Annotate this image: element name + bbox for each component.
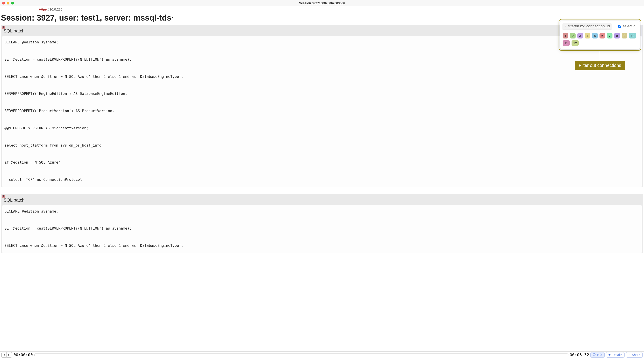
connection-chip-9[interactable]: 9	[622, 33, 627, 39]
details-label: Details	[612, 353, 622, 357]
code-panel: DECLARE @edition sysname; SET @edition =…	[2, 36, 642, 187]
minimize-icon[interactable]	[7, 2, 10, 5]
connection-badge: 1	[2, 195, 5, 198]
sql-block: 1 SQL batch DECLARE @edition sysname; SE…	[1, 194, 643, 253]
maximize-icon[interactable]	[11, 2, 14, 5]
share-icon: ↗	[628, 353, 630, 356]
eye-icon: 👁	[608, 353, 611, 356]
callout-label: Filter out connections	[575, 61, 625, 70]
grip-icon: ⠿	[564, 25, 566, 28]
filter-popover-wrap: ⠿ filtered by: connection_id select all …	[558, 19, 641, 70]
select-all-checkbox[interactable]	[618, 25, 621, 28]
info-icon: ⓘ	[593, 353, 596, 357]
code-panel: DECLARE @edition sysname; SET @edition =…	[2, 205, 642, 253]
window-title: Session 3927138875067083586	[0, 1, 644, 5]
session-player: |◀ ▶| 00:00:00 00:03:32 ⓘ Info 👁 Details…	[0, 351, 644, 358]
connection-badge: 1	[2, 26, 5, 29]
connection-chip-6[interactable]: 6	[600, 33, 605, 39]
url-scheme: https	[39, 8, 47, 11]
skip-end-icon: ▶|	[8, 353, 10, 356]
step-buttons: |◀ ▶|	[1, 352, 12, 357]
window-titlebar: Session 3927138875067083586	[0, 0, 644, 6]
connection-chip-7[interactable]: 7	[607, 33, 612, 39]
sql-block: 1 SQL batch DECLARE @edition sysname; SE…	[1, 25, 643, 187]
step-back-button[interactable]: |◀	[1, 352, 7, 357]
connection-chip-12[interactable]: 12	[572, 40, 579, 46]
time-end: 00:03:32	[570, 352, 589, 357]
connection-chip-1[interactable]: 1	[562, 33, 568, 39]
skip-start-icon: |◀	[3, 353, 5, 356]
connection-chip-3[interactable]: 3	[577, 33, 583, 39]
connection-chip-5[interactable]: 5	[592, 33, 598, 39]
info-button[interactable]: ⓘ Info	[590, 352, 604, 357]
filter-highlight-box: ⠿ filtered by: connection_id select all …	[558, 19, 641, 51]
connection-chip-10[interactable]: 10	[629, 33, 636, 39]
close-icon[interactable]	[2, 2, 5, 5]
callout-connector	[600, 51, 600, 61]
block-heading: SQL batch	[1, 25, 643, 36]
filter-popover: ⠿ filtered by: connection_id select all …	[560, 21, 640, 49]
share-button[interactable]: ↗ Share	[626, 352, 643, 357]
player-track[interactable]	[34, 353, 568, 356]
connection-chip-2[interactable]: 2	[570, 33, 576, 39]
block-heading: SQL batch	[1, 194, 643, 205]
window-controls	[2, 2, 14, 5]
select-all-toggle[interactable]: select all	[618, 24, 637, 29]
step-forward-button[interactable]: ▶|	[7, 352, 12, 357]
filter-tab[interactable]: ⠿ filtered by: connection_id	[562, 23, 612, 29]
details-button[interactable]: 👁 Details	[606, 352, 624, 357]
filter-header: ⠿ filtered by: connection_id select all	[562, 23, 637, 31]
select-all-label: select all	[622, 24, 637, 29]
connection-chip-list: 123456789101112	[562, 33, 637, 46]
connection-chip-11[interactable]: 11	[562, 40, 570, 46]
content-area: Session: 3927, user: test1, server: mssq…	[0, 12, 644, 351]
info-label: Info	[597, 353, 602, 357]
url-rest: ://10.0.236	[47, 8, 62, 11]
connection-chip-4[interactable]: 4	[585, 33, 590, 39]
url-bar[interactable]: https://10.0.236	[0, 6, 644, 12]
page-title: Session: 3927, user: test1, server: mssq…	[0, 12, 644, 25]
time-start: 00:00:00	[14, 352, 33, 357]
connection-chip-8[interactable]: 8	[614, 33, 620, 39]
share-label: Share	[632, 353, 640, 357]
filter-label: filtered by: connection_id	[568, 24, 610, 29]
